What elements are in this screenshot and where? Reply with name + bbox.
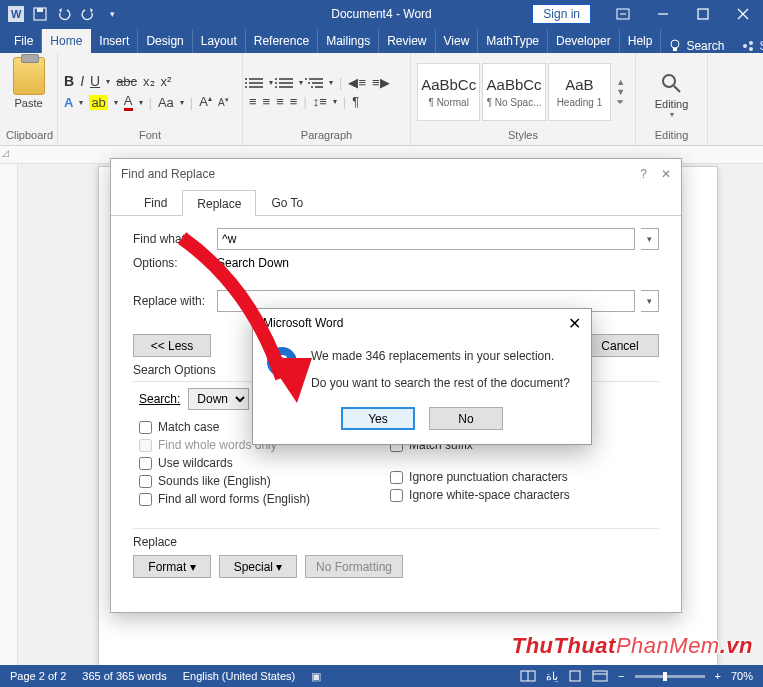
editing-button[interactable]: Editing — [655, 98, 689, 110]
format-button[interactable]: Format ▾ — [133, 555, 211, 578]
tab-replace[interactable]: Replace — [182, 190, 256, 216]
view-read-icon[interactable] — [520, 670, 536, 682]
tab-file[interactable]: File — [6, 29, 42, 53]
check-ignore-whitespace[interactable]: Ignore white-space characters — [390, 488, 570, 502]
vertical-ruler[interactable] — [0, 164, 18, 665]
save-icon[interactable] — [32, 6, 48, 22]
less-button[interactable]: << Less — [133, 334, 211, 357]
cancel-button[interactable]: Cancel — [581, 334, 659, 357]
style-heading1[interactable]: AaBHeading 1 — [548, 63, 611, 121]
language-indicator[interactable]: English (United States) — [183, 670, 296, 682]
group-editing: Editing ▾ Editing — [636, 53, 708, 145]
tell-me-search[interactable]: Search — [661, 39, 732, 53]
increase-indent-icon[interactable]: ≡▶ — [372, 75, 390, 90]
decrease-indent-icon[interactable]: ◀≡ — [348, 75, 366, 90]
tab-design[interactable]: Design — [138, 29, 192, 53]
tab-review[interactable]: Review — [379, 29, 435, 53]
tab-view[interactable]: View — [436, 29, 479, 53]
group-label-paragraph: Paragraph — [249, 127, 404, 143]
qat-customize-icon[interactable]: ▾ — [104, 6, 120, 22]
tab-insert[interactable]: Insert — [91, 29, 138, 53]
shrink-font-button[interactable]: A▾ — [218, 96, 229, 108]
group-label-editing: Editing — [642, 127, 701, 143]
styles-scroll-up-icon[interactable]: ▲ — [616, 77, 629, 87]
share-button[interactable]: Share — [732, 39, 763, 53]
italic-button[interactable]: I — [80, 73, 84, 89]
paste-icon[interactable] — [13, 57, 45, 95]
align-center-icon[interactable]: ≡ — [263, 94, 271, 109]
share-icon — [742, 40, 754, 52]
document-title: Document4 - Word — [331, 7, 431, 21]
zoom-level[interactable]: 70% — [731, 670, 753, 682]
tab-mailings[interactable]: Mailings — [318, 29, 379, 53]
find-dropdown-icon[interactable]: ▾ — [641, 228, 659, 250]
ruler-toggle-icon[interactable]: ◿ — [2, 148, 9, 158]
grow-font-button[interactable]: A▴ — [199, 94, 212, 109]
bullets-icon[interactable] — [249, 78, 263, 88]
zoom-slider[interactable] — [635, 675, 705, 678]
tab-references[interactable]: Reference — [246, 29, 318, 53]
close-icon[interactable] — [723, 0, 763, 28]
dialog-title: Find and Replace — [121, 167, 215, 181]
tab-developer[interactable]: Developer — [548, 29, 620, 53]
tab-mathtype[interactable]: MathType — [478, 29, 548, 53]
bold-button[interactable]: B — [64, 73, 74, 89]
styles-scroll-down-icon[interactable]: ▼ — [616, 87, 629, 97]
special-button[interactable]: Special ▾ — [219, 555, 297, 578]
tab-layout[interactable]: Layout — [193, 29, 246, 53]
align-right-icon[interactable]: ≡ — [276, 94, 284, 109]
svg-rect-5 — [698, 9, 708, 19]
style-normal[interactable]: AaBbCc¶ Normal — [417, 63, 480, 121]
search-direction-select[interactable]: Down — [188, 388, 249, 410]
check-wildcards[interactable]: Use wildcards — [139, 456, 310, 470]
check-word-forms[interactable]: Find all word forms (English) — [139, 492, 310, 506]
maximize-icon[interactable] — [683, 0, 723, 28]
page-indicator[interactable]: Page 2 of 2 — [10, 670, 66, 682]
change-case-button[interactable]: Aa — [158, 95, 174, 110]
text-effects-icon[interactable]: A — [64, 95, 73, 110]
style-no-spacing[interactable]: AaBbCc¶ No Spac... — [482, 63, 545, 121]
check-sounds-like[interactable]: Sounds like (English) — [139, 474, 310, 488]
svg-rect-15 — [593, 671, 607, 681]
sign-in-button[interactable]: Sign in — [532, 4, 591, 24]
check-ignore-punct[interactable]: Ignore punctuation characters — [390, 470, 570, 484]
view-web-icon[interactable] — [592, 670, 608, 682]
dialog-close-icon[interactable]: ✕ — [661, 167, 671, 181]
show-marks-icon[interactable]: ¶ — [352, 94, 359, 109]
line-spacing-icon[interactable]: ↕≡ — [313, 94, 327, 109]
group-label-clipboard: Clipboard — [6, 127, 51, 143]
styles-expand-icon[interactable]: ⏷ — [616, 97, 629, 107]
multilevel-icon[interactable] — [309, 78, 323, 88]
word-count[interactable]: 365 of 365 words — [82, 670, 166, 682]
justify-icon[interactable]: ≡ — [290, 94, 298, 109]
find-what-input[interactable] — [217, 228, 635, 250]
align-left-icon[interactable]: ≡ — [249, 94, 257, 109]
group-label-font: Font — [64, 127, 236, 143]
ribbon-options-icon[interactable] — [603, 0, 643, 28]
strike-button[interactable]: abc — [116, 74, 137, 89]
tab-find[interactable]: Find — [129, 189, 182, 215]
paste-button[interactable]: Paste — [14, 97, 42, 109]
redo-icon[interactable] — [80, 6, 96, 22]
underline-button[interactable]: U — [90, 73, 100, 89]
replace-dropdown-icon[interactable]: ▾ — [641, 290, 659, 312]
superscript-button[interactable]: x² — [161, 74, 172, 89]
font-color-icon[interactable]: A — [124, 93, 133, 111]
no-button[interactable]: No — [429, 407, 503, 430]
minimize-icon[interactable] — [643, 0, 683, 28]
find-icon[interactable] — [660, 72, 684, 96]
tab-goto[interactable]: Go To — [256, 189, 318, 215]
msgbox-close-icon[interactable]: ✕ — [568, 314, 581, 333]
highlight-icon[interactable]: ab — [89, 95, 107, 110]
view-print-icon[interactable] — [568, 670, 582, 682]
macro-indicator-icon[interactable]: ▣ — [311, 670, 321, 683]
dialog-help-icon[interactable]: ? — [640, 167, 647, 181]
undo-icon[interactable] — [56, 6, 72, 22]
zoom-in-button[interactable]: + — [715, 670, 721, 682]
numbering-icon[interactable] — [279, 78, 293, 88]
tab-help[interactable]: Help — [620, 29, 662, 53]
tab-home[interactable]: Home — [42, 29, 91, 53]
subscript-button[interactable]: x₂ — [143, 74, 155, 89]
yes-button[interactable]: Yes — [341, 407, 415, 430]
zoom-out-button[interactable]: − — [618, 670, 624, 682]
